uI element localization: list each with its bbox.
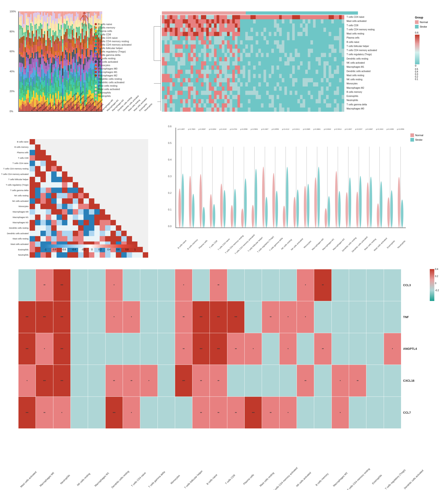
- bar-segment: [69, 62, 70, 64]
- legend-dot: [95, 71, 97, 73]
- bar-segment: [73, 82, 74, 85]
- bar-segment: [54, 32, 55, 36]
- bar-segment: [32, 68, 33, 73]
- group-bar-cell: [280, 11, 282, 15]
- group-bar-cell: [229, 11, 232, 15]
- significance-star: **: [200, 380, 202, 382]
- group-bar-cell: [271, 11, 274, 15]
- svg-line-5: [85, 20, 86, 26]
- bar-stack: [23, 11, 24, 111]
- legend-d-stroke: Stroke: [410, 138, 445, 142]
- bar-segment: [53, 77, 53, 86]
- bar-segment: [41, 24, 42, 27]
- bar-segment: [58, 70, 59, 75]
- bar-segment: [61, 93, 62, 96]
- violin-column: p=0.4112NK cells resting: [281, 128, 291, 228]
- bar-segment: [62, 68, 63, 76]
- bar-segment: [77, 14, 79, 17]
- bar-segment: [61, 22, 62, 25]
- scale-0: 0: [91, 248, 93, 251]
- bar-segment: [35, 94, 35, 98]
- bar-segment: [76, 39, 77, 41]
- violin-column: p=0.4687Mast cells resting: [364, 128, 375, 228]
- bar-segment: [20, 29, 22, 37]
- bar-segment: [22, 37, 23, 44]
- bar-segment: [40, 52, 41, 57]
- bar-segment: [55, 98, 56, 104]
- bar-segment: [57, 94, 58, 99]
- svg-point-49: [293, 197, 296, 228]
- violin-column: p=0.1607Dendritic cells resting: [343, 128, 354, 228]
- cell-type-label-e: T cells follicular helper: [184, 470, 203, 489]
- legend-dot: [95, 37, 97, 39]
- bar-segment: [66, 93, 68, 100]
- bar-segment: [55, 56, 56, 61]
- legend-label: T cells CD8: [98, 33, 111, 36]
- bar-segment: [90, 68, 91, 74]
- significance-star: **: [235, 412, 237, 414]
- bar-stack: [25, 11, 26, 111]
- significance-star: *: [288, 316, 288, 319]
- bar-segment: [53, 95, 53, 102]
- group-bar-cell: [212, 11, 215, 15]
- heatmap-e-cell: **: [210, 365, 227, 397]
- bar-segment: [40, 95, 41, 103]
- bar-segment: [86, 35, 87, 42]
- bar-segment: [53, 73, 53, 77]
- bar-segment: [41, 27, 42, 29]
- bar-segment: [29, 33, 30, 37]
- bar-segment: [32, 101, 33, 107]
- violin-svg: [176, 138, 186, 228]
- bar-segment: [58, 87, 59, 91]
- legend-item: Macrophages M1: [95, 71, 132, 73]
- bar-segment: [88, 69, 90, 72]
- row-label-b: Macrophages M0: [347, 107, 364, 110]
- scale-e-04: 0.4: [435, 268, 442, 271]
- bar-segment: [47, 83, 48, 92]
- bar-segment: [41, 77, 42, 80]
- bar-segment: [20, 105, 22, 109]
- bar-segment: [22, 11, 23, 15]
- heatmap-e-cell: [175, 397, 192, 429]
- bar-segment: [101, 12, 102, 14]
- bar-segment: [72, 11, 73, 13]
- bar-segment: [20, 37, 22, 43]
- bar-segment: [41, 12, 42, 17]
- svg-point-25: [210, 194, 212, 228]
- bar-segment: [53, 35, 53, 40]
- svg-point-76: [387, 197, 390, 228]
- heatmap-e-cell: ***: [210, 301, 227, 333]
- legend-dot: [95, 44, 97, 46]
- bar-segment: [44, 53, 45, 55]
- heatmap-e-cell: [314, 397, 332, 429]
- bar-segment: [88, 76, 90, 82]
- svg-point-44: [276, 191, 278, 228]
- legend-item: Neutrophils: [95, 95, 132, 97]
- heatmap-e-cell: **: [297, 365, 314, 397]
- legend-item: B cells memory: [95, 26, 132, 29]
- group-bar-cell: [344, 11, 347, 15]
- bar-segment: [72, 59, 73, 63]
- bar-segment: [72, 14, 73, 21]
- cell-type-label-e: T cells CD4 memory resting: [347, 467, 370, 490]
- heatmap-e-cell: [140, 269, 158, 301]
- group-bar-cell: [350, 11, 352, 15]
- heatmap-e-cell: *: [36, 333, 53, 365]
- bar-stack: [64, 11, 65, 111]
- bar-segment: [79, 34, 80, 36]
- bar-segment: [91, 81, 92, 86]
- bar-segment: [51, 11, 52, 16]
- bar-segment: [36, 38, 37, 45]
- group-bar-cell: [352, 11, 355, 15]
- bar-segment: [29, 82, 30, 86]
- bar-segment: [29, 78, 30, 82]
- bar-segment: [40, 41, 41, 45]
- bar-segment: [51, 16, 52, 23]
- group-bar-cell: [187, 11, 190, 15]
- bar-segment: [68, 83, 69, 90]
- bar-segment: [58, 38, 59, 41]
- cell-type-label-e: Macrophages M1: [94, 472, 110, 487]
- bar-segment: [23, 79, 24, 85]
- group-bar-cell: [341, 11, 344, 15]
- bar-segment: [80, 75, 81, 81]
